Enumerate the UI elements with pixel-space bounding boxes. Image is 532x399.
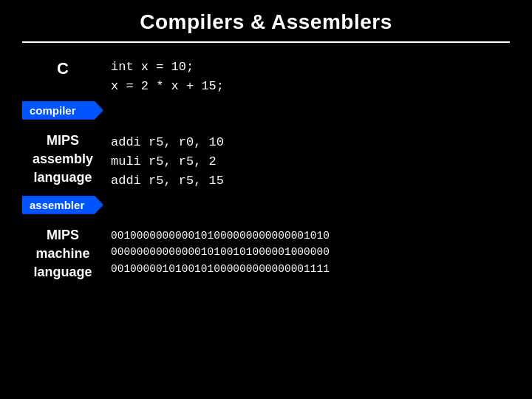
mips-machine-label-line3: language <box>33 263 92 282</box>
machine-code-line2: 0000000000000010100101000001000000 <box>111 246 330 258</box>
machine-code-line3: 0010000010100101000000000000001111 <box>111 263 330 275</box>
assembly-code-line2: muli r5, r5, 2 <box>111 154 216 168</box>
c-row: C int x = 10; x = 2 * x + 15; <box>22 56 510 97</box>
assembly-code-line1: addi r5, r0, 10 <box>111 135 224 149</box>
compiler-badge: compiler <box>22 101 103 120</box>
machine-row: MIPS machine language 001000000000010100… <box>22 226 510 282</box>
machine-code: 0010000000000101000000000000001010 00000… <box>103 226 330 277</box>
assembly-code-line3: addi r5, r5, 15 <box>111 174 224 188</box>
assembly-code: addi r5, r0, 10 muli r5, r5, 2 addi r5, … <box>103 132 510 191</box>
content-area: C int x = 10; x = 2 * x + 15; compiler M… <box>22 56 510 384</box>
page-wrapper: Compilers & Assemblers C int x = 10; x =… <box>0 0 532 399</box>
assembly-row: MIPS assembly language addi r5, r0, 10 m… <box>22 132 510 191</box>
c-code: int x = 10; x = 2 * x + 15; <box>103 56 510 97</box>
mips-assembly-label-line2: assembly <box>33 150 93 168</box>
c-code-line1: int x = 10; <box>111 60 194 74</box>
mips-assembly-label-line3: language <box>33 168 92 187</box>
c-code-line2: x = 2 * x + 15; <box>111 79 224 93</box>
page-title: Compilers & Assemblers <box>140 10 392 33</box>
assembler-badge-row: assembler <box>22 196 510 214</box>
mips-machine-label: MIPS machine language <box>22 226 103 282</box>
assembler-badge: assembler <box>22 196 103 214</box>
machine-code-line1: 0010000000000101000000000000001010 <box>111 230 330 242</box>
c-label: C <box>22 56 103 78</box>
title-section: Compilers & Assemblers <box>22 0 510 43</box>
mips-assembly-label: MIPS assembly language <box>22 132 103 188</box>
mips-machine-label-line2: machine <box>35 245 89 263</box>
compiler-badge-row: compiler <box>22 101 510 120</box>
mips-machine-label-line1: MIPS <box>47 226 79 245</box>
mips-assembly-label-line1: MIPS <box>47 132 79 150</box>
